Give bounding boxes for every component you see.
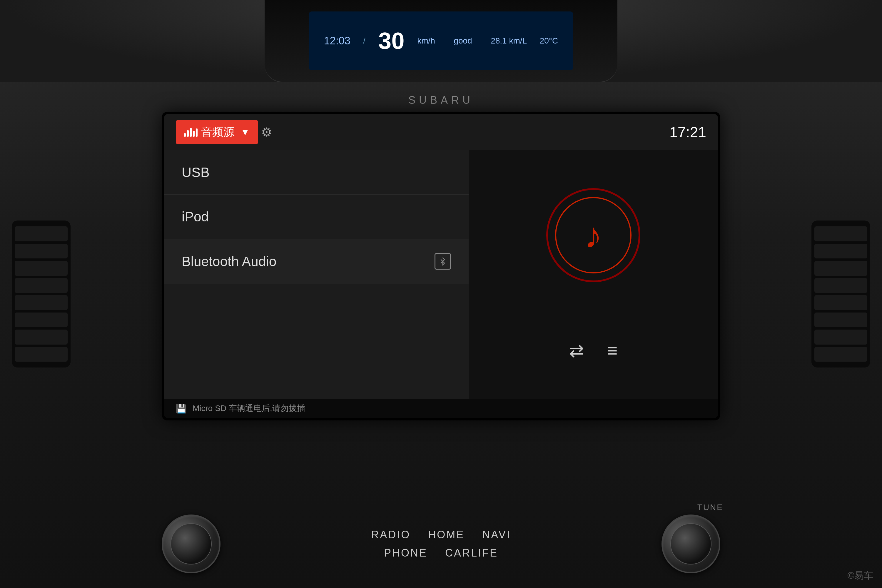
bar3 <box>190 128 192 137</box>
source-usb-item[interactable]: USB <box>164 150 469 195</box>
vent-slot <box>814 347 867 362</box>
audio-bars-icon <box>184 128 198 137</box>
clock-display: 17:21 <box>669 124 706 141</box>
bluetooth-badge-icon <box>435 253 451 270</box>
vent-slot <box>814 278 867 293</box>
button-row-1: RADIO HOME NAVI <box>371 529 511 541</box>
ipod-label: iPod <box>182 209 209 225</box>
cluster-info-right: 28.1 km/L <box>490 36 527 46</box>
source-ipod-item[interactable]: iPod <box>164 195 469 239</box>
brand-label: SUBARU <box>408 94 474 106</box>
screen-top-bar: 音频源 ▼ ⚙ 17:21 <box>164 114 718 150</box>
watermark: ©易车 <box>847 569 873 582</box>
source-menu-panel: USB iPod Bluetooth Audio <box>164 150 469 399</box>
vent-slot <box>814 330 867 345</box>
vent-right <box>812 220 870 368</box>
bar2 <box>187 130 189 137</box>
vent-slot <box>15 330 68 345</box>
radio-button[interactable]: RADIO <box>371 529 410 541</box>
bar1 <box>184 133 186 137</box>
usb-label: USB <box>182 164 210 180</box>
vent-slot <box>15 226 68 242</box>
vent-slot <box>15 278 68 293</box>
vent-slot <box>814 295 867 310</box>
vent-slot <box>814 244 867 259</box>
music-player-panel: ♪ ⇄ ≡ <box>469 150 718 399</box>
cluster-separator: / <box>363 36 366 46</box>
instrument-cluster: 12:03 / 30 km/h good 28.1 km/L 20°C <box>265 0 617 82</box>
infotainment-screen: 音频源 ▼ ⚙ 17:21 USB iPod Bluetooth Audio <box>164 114 718 418</box>
physical-buttons-center: RADIO HOME NAVI PHONE CARLIFE <box>220 529 662 559</box>
cluster-speed: 30 <box>378 27 405 54</box>
playlist-button[interactable]: ≡ <box>608 340 618 361</box>
phone-button[interactable]: PHONE <box>384 547 428 559</box>
vent-slot <box>15 244 68 259</box>
vent-slot <box>814 312 867 327</box>
cluster-unit: km/h <box>417 36 435 46</box>
home-button[interactable]: HOME <box>428 529 465 541</box>
bluetooth-audio-label: Bluetooth Audio <box>182 254 276 269</box>
player-controls: ⇄ ≡ <box>569 340 618 361</box>
physical-buttons-area: RADIO HOME NAVI PHONE CARLIFE TUNE <box>162 514 720 573</box>
tune-knob-container: TUNE <box>662 514 720 573</box>
music-circle-inner: ♪ <box>555 197 632 273</box>
sd-card-icon: 💾 <box>176 404 187 414</box>
shuffle-button[interactable]: ⇄ <box>569 340 584 361</box>
knob-inner <box>171 524 212 564</box>
screen-bezel: 音频源 ▼ ⚙ 17:21 USB iPod Bluetooth Audio <box>162 112 720 420</box>
vent-slot <box>15 347 68 362</box>
source-label: 音频源 <box>201 124 235 140</box>
source-bluetooth-item[interactable]: Bluetooth Audio <box>164 239 469 284</box>
vent-slot <box>15 295 68 310</box>
vent-slot <box>814 226 867 242</box>
screen-content: USB iPod Bluetooth Audio <box>164 150 718 399</box>
vent-slot <box>814 261 867 276</box>
tune-label: TUNE <box>698 503 723 512</box>
button-row-2: PHONE CARLIFE <box>384 547 498 559</box>
tune-knob[interactable] <box>662 514 720 573</box>
settings-button[interactable]: ⚙ <box>258 122 275 142</box>
cluster-info-left: good <box>454 36 472 46</box>
music-circle-outer: ♪ <box>546 188 640 282</box>
vent-left <box>12 220 70 368</box>
status-message: Micro SD 车辆通电后,请勿拔插 <box>193 403 305 414</box>
bar4 <box>193 131 195 137</box>
bar5 <box>196 129 198 137</box>
navi-button[interactable]: NAVI <box>482 529 511 541</box>
music-note-icon: ♪ <box>585 215 602 255</box>
vent-slot <box>15 261 68 276</box>
volume-knob[interactable] <box>162 514 220 573</box>
source-button[interactable]: 音频源 ▼ <box>176 120 258 144</box>
cluster-display: 12:03 / 30 km/h good 28.1 km/L 20°C <box>309 12 573 70</box>
bluetooth-svg <box>438 256 447 266</box>
status-bar: 💾 Micro SD 车辆通电后,请勿拔插 <box>164 399 718 418</box>
cluster-temp: 20°C <box>540 36 558 46</box>
dropdown-arrow-icon: ▼ <box>240 127 250 138</box>
carlife-button[interactable]: CARLIFE <box>445 547 498 559</box>
vent-slot <box>15 312 68 327</box>
cluster-time: 12:03 <box>324 35 351 47</box>
knob-inner <box>670 524 711 564</box>
